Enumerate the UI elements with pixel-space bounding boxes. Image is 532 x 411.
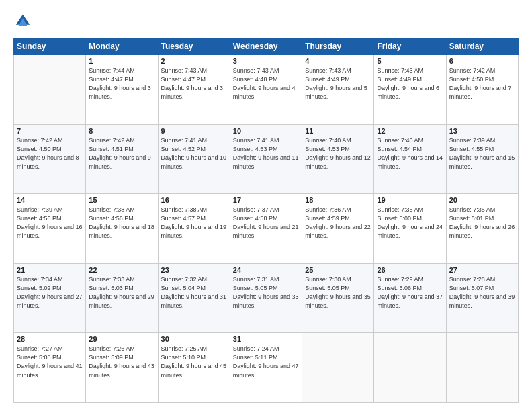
sunrise-text: Sunrise: 7:43 AM: [161, 66, 227, 75]
sunset-text: Sunset: 4:57 PM: [161, 214, 227, 223]
sunset-text: Sunset: 4:49 PM: [305, 75, 371, 84]
day-info: Sunrise: 7:40 AMSunset: 4:54 PMDaylight:…: [377, 136, 443, 171]
daylight-text: Daylight: 9 hours and 14 minutes.: [377, 154, 443, 171]
sunrise-text: Sunrise: 7:43 AM: [377, 66, 443, 75]
calendar-cell: 12Sunrise: 7:40 AMSunset: 4:54 PMDayligh…: [374, 124, 446, 194]
day-info: Sunrise: 7:43 AMSunset: 4:47 PMDaylight:…: [161, 66, 227, 101]
daylight-text: Daylight: 9 hours and 35 minutes.: [305, 293, 371, 310]
calendar-cell: 13Sunrise: 7:39 AMSunset: 4:55 PMDayligh…: [446, 124, 518, 194]
sunrise-text: Sunrise: 7:41 AM: [161, 136, 227, 145]
sunset-text: Sunset: 5:11 PM: [233, 353, 299, 362]
day-number: 16: [161, 196, 227, 204]
day-number: 13: [449, 127, 515, 135]
calendar-cell: 9Sunrise: 7:41 AMSunset: 4:52 PMDaylight…: [158, 124, 230, 194]
day-number: 1: [89, 57, 154, 65]
calendar-week-row: 14Sunrise: 7:39 AMSunset: 4:56 PMDayligh…: [14, 194, 519, 264]
sunset-text: Sunset: 5:01 PM: [449, 214, 515, 223]
day-info: Sunrise: 7:37 AMSunset: 4:58 PMDaylight:…: [233, 205, 299, 240]
calendar-cell: 5Sunrise: 7:43 AMSunset: 4:49 PMDaylight…: [374, 55, 446, 125]
calendar-cell: 18Sunrise: 7:36 AMSunset: 4:59 PMDayligh…: [302, 194, 374, 264]
daylight-text: Daylight: 9 hours and 7 minutes.: [449, 84, 515, 101]
day-number: 19: [377, 196, 443, 204]
calendar-cell: 30Sunrise: 7:25 AMSunset: 5:10 PMDayligh…: [158, 333, 230, 403]
day-info: Sunrise: 7:36 AMSunset: 4:59 PMDaylight:…: [305, 205, 371, 240]
calendar-cell: 16Sunrise: 7:38 AMSunset: 4:57 PMDayligh…: [158, 194, 230, 264]
day-number: 29: [89, 335, 154, 343]
sunrise-text: Sunrise: 7:44 AM: [89, 66, 154, 75]
daylight-text: Daylight: 9 hours and 18 minutes.: [89, 223, 154, 240]
day-number: 28: [17, 335, 83, 343]
sunset-text: Sunset: 4:53 PM: [305, 145, 371, 154]
sunset-text: Sunset: 4:50 PM: [449, 75, 515, 84]
sunrise-text: Sunrise: 7:40 AM: [305, 136, 371, 145]
day-info: Sunrise: 7:30 AMSunset: 5:05 PMDaylight:…: [305, 275, 371, 310]
daylight-text: Daylight: 9 hours and 21 minutes.: [233, 223, 299, 240]
col-header-sunday: Sunday: [14, 38, 86, 55]
sunrise-text: Sunrise: 7:36 AM: [305, 205, 371, 214]
day-number: 22: [89, 266, 154, 274]
logo: [13, 12, 35, 31]
calendar-week-row: 1Sunrise: 7:44 AMSunset: 4:47 PMDaylight…: [14, 55, 519, 125]
daylight-text: Daylight: 9 hours and 19 minutes.: [161, 223, 227, 240]
calendar-cell: [302, 333, 374, 403]
day-number: 12: [377, 127, 443, 135]
daylight-text: Daylight: 9 hours and 6 minutes.: [377, 84, 443, 101]
sunset-text: Sunset: 4:55 PM: [449, 145, 515, 154]
day-info: Sunrise: 7:42 AMSunset: 4:50 PMDaylight:…: [449, 66, 515, 101]
calendar-cell: 20Sunrise: 7:35 AMSunset: 5:01 PMDayligh…: [446, 194, 518, 264]
day-number: 14: [17, 196, 83, 204]
calendar-week-row: 28Sunrise: 7:27 AMSunset: 5:08 PMDayligh…: [14, 333, 519, 403]
col-header-tuesday: Tuesday: [158, 38, 230, 55]
sunrise-text: Sunrise: 7:39 AM: [449, 136, 515, 145]
sunset-text: Sunset: 4:56 PM: [17, 214, 83, 223]
calendar-cell: 23Sunrise: 7:32 AMSunset: 5:04 PMDayligh…: [158, 263, 230, 333]
page: SundayMondayTuesdayWednesdayThursdayFrid…: [0, 0, 532, 411]
sunrise-text: Sunrise: 7:43 AM: [305, 66, 371, 75]
calendar-cell: 31Sunrise: 7:24 AMSunset: 5:11 PMDayligh…: [230, 333, 302, 403]
sunset-text: Sunset: 4:59 PM: [305, 214, 371, 223]
day-info: Sunrise: 7:34 AMSunset: 5:02 PMDaylight:…: [17, 275, 83, 310]
sunset-text: Sunset: 5:05 PM: [233, 284, 299, 293]
sunrise-text: Sunrise: 7:28 AM: [449, 275, 515, 284]
calendar-cell: 8Sunrise: 7:42 AMSunset: 4:51 PMDaylight…: [86, 124, 158, 194]
day-info: Sunrise: 7:44 AMSunset: 4:47 PMDaylight:…: [89, 66, 154, 101]
sunrise-text: Sunrise: 7:25 AM: [161, 345, 227, 353]
calendar-table: SundayMondayTuesdayWednesdayThursdayFrid…: [13, 38, 519, 403]
calendar-cell: 3Sunrise: 7:43 AMSunset: 4:48 PMDaylight…: [230, 55, 302, 125]
sunset-text: Sunset: 5:04 PM: [161, 284, 227, 293]
logo-icon: [13, 12, 32, 31]
daylight-text: Daylight: 9 hours and 33 minutes.: [233, 293, 299, 310]
calendar-cell: 29Sunrise: 7:26 AMSunset: 5:09 PMDayligh…: [86, 333, 158, 403]
daylight-text: Daylight: 9 hours and 47 minutes.: [233, 362, 299, 379]
daylight-text: Daylight: 9 hours and 26 minutes.: [449, 223, 515, 240]
calendar-cell: 27Sunrise: 7:28 AMSunset: 5:07 PMDayligh…: [446, 263, 518, 333]
calendar-cell: 7Sunrise: 7:42 AMSunset: 4:50 PMDaylight…: [14, 124, 86, 194]
day-number: 11: [305, 127, 371, 135]
sunset-text: Sunset: 4:54 PM: [377, 145, 443, 154]
sunset-text: Sunset: 4:58 PM: [233, 214, 299, 223]
day-info: Sunrise: 7:33 AMSunset: 5:03 PMDaylight:…: [89, 275, 154, 310]
day-number: 24: [233, 266, 299, 274]
sunrise-text: Sunrise: 7:30 AM: [305, 275, 371, 284]
day-info: Sunrise: 7:25 AMSunset: 5:10 PMDaylight:…: [161, 345, 227, 379]
sunset-text: Sunset: 5:07 PM: [449, 284, 515, 293]
day-info: Sunrise: 7:35 AMSunset: 5:01 PMDaylight:…: [449, 205, 515, 240]
daylight-text: Daylight: 9 hours and 9 minutes.: [89, 154, 154, 171]
calendar-cell: [14, 55, 86, 125]
sunset-text: Sunset: 5:06 PM: [377, 284, 443, 293]
calendar-cell: 24Sunrise: 7:31 AMSunset: 5:05 PMDayligh…: [230, 263, 302, 333]
day-info: Sunrise: 7:27 AMSunset: 5:08 PMDaylight:…: [17, 345, 83, 379]
day-number: 4: [305, 57, 371, 65]
day-number: 5: [377, 57, 443, 65]
day-info: Sunrise: 7:42 AMSunset: 4:51 PMDaylight:…: [89, 136, 154, 171]
sunset-text: Sunset: 4:50 PM: [17, 145, 83, 154]
header: [13, 12, 519, 31]
day-info: Sunrise: 7:29 AMSunset: 5:06 PMDaylight:…: [377, 275, 443, 310]
sunset-text: Sunset: 4:48 PM: [233, 75, 299, 84]
day-number: 18: [305, 196, 371, 204]
col-header-friday: Friday: [374, 38, 446, 55]
col-header-saturday: Saturday: [446, 38, 518, 55]
sunset-text: Sunset: 4:47 PM: [89, 75, 154, 84]
day-number: 25: [305, 266, 371, 274]
day-number: 6: [449, 57, 515, 65]
